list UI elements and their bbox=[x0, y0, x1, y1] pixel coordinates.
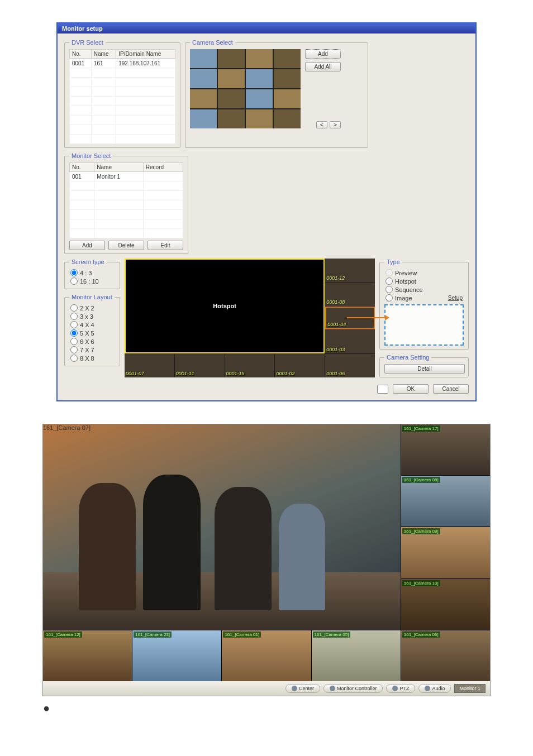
live-grid[interactable]: 161_[Camera 07] 161_[Camera 17] 161_[Cam… bbox=[43, 424, 490, 681]
bottom-cell[interactable]: 161_[Camera 06] bbox=[401, 630, 490, 681]
bottom-cell[interactable]: 161_[Camera 12] bbox=[43, 630, 132, 681]
monitor-app: 161_[Camera 07] 161_[Camera 17] 161_[Cam… bbox=[42, 424, 491, 696]
setup-link[interactable]: Setup bbox=[448, 295, 463, 301]
main-view[interactable]: 161_[Camera 07] bbox=[43, 424, 401, 630]
preview-cell[interactable]: 0001-06 bbox=[325, 354, 375, 377]
type-image[interactable]: Image Setup bbox=[384, 294, 464, 302]
monitor-select-group: Monitor Select No. Name Record 001 Monit… bbox=[64, 152, 188, 254]
layout-3x3[interactable]: 3 x 3 bbox=[69, 312, 115, 320]
monitor-table[interactable]: No. Name Record 001 Monitor 1 bbox=[69, 162, 183, 238]
camera-select-group: Camera Select Add Add All < bbox=[185, 39, 368, 148]
layout-5x5[interactable]: 5 X 5 bbox=[69, 329, 115, 337]
window-title: Monitor setup bbox=[58, 23, 475, 34]
preview-cell[interactable]: 0001-11 bbox=[175, 354, 225, 377]
image-drop-area[interactable] bbox=[384, 304, 464, 346]
screen-16-10[interactable]: 16 : 10 bbox=[69, 277, 115, 285]
next-page-button[interactable]: > bbox=[330, 121, 341, 128]
layout-6x6[interactable]: 6 X 6 bbox=[69, 337, 115, 346]
monitor-layout-group: Monitor Layout 2 X 2 3 x 3 4 X 4 5 X 5 6… bbox=[64, 294, 120, 366]
center-icon bbox=[292, 686, 297, 691]
bottom-cell[interactable]: 161_[Camera 23] bbox=[132, 630, 221, 681]
preview-cell[interactable]: 0001-07 bbox=[125, 354, 174, 377]
monitor-row[interactable]: 001 Monitor 1 bbox=[70, 172, 183, 181]
preview-cell[interactable]: 0001-12 bbox=[325, 259, 375, 282]
mon-legend: Monitor Select bbox=[69, 152, 113, 159]
bottom-toolbar: Center Monitor Controller PTZ Audio Moni… bbox=[43, 681, 490, 696]
layout-2x2[interactable]: 2 X 2 bbox=[69, 304, 115, 312]
type-sequence[interactable]: Sequence bbox=[384, 285, 464, 294]
add-all-button[interactable]: Add All bbox=[305, 62, 341, 71]
type-group: Type Preview Hotspot Sequence Image Setu… bbox=[379, 259, 469, 350]
side-cell[interactable]: 161_[Camera 09] bbox=[401, 527, 490, 578]
bottom-cell[interactable]: 161_[Camera 01] bbox=[222, 630, 311, 681]
hotspot-cell[interactable]: Hotspot bbox=[125, 259, 325, 353]
screen-type-group: Screen type 4 : 3 16 : 10 bbox=[64, 259, 120, 289]
prev-page-button[interactable]: < bbox=[316, 121, 327, 128]
dvr-select-group: DVR Select No. Name IP/Domain Name 0001 … bbox=[64, 39, 180, 148]
type-preview: Preview bbox=[384, 269, 464, 277]
side-cell[interactable]: 161_[Camera 17] bbox=[401, 424, 490, 475]
dvr-col-name: Name bbox=[91, 50, 116, 59]
camera-setting-group: Camera Setting Detail bbox=[379, 354, 469, 377]
dvr-col-ip: IP/Domain Name bbox=[116, 50, 175, 59]
dvr-row[interactable]: 0001 161 192.168.107.161 bbox=[70, 59, 175, 68]
type-legend: Type bbox=[384, 259, 402, 265]
keyboard-icon[interactable] bbox=[377, 385, 388, 394]
dvr-col-no: No. bbox=[70, 50, 92, 59]
monitor-setup-window: Monitor setup DVR Select No. Name IP/Dom… bbox=[56, 22, 477, 401]
audio-icon bbox=[425, 686, 430, 691]
bottom-cell[interactable]: 161_[Camera 05] bbox=[312, 630, 401, 681]
preview-cell-selected[interactable]: 0001-04 bbox=[325, 307, 375, 330]
mon-col-record: Record bbox=[143, 163, 183, 172]
ptz-icon bbox=[392, 686, 398, 691]
layout-7x7[interactable]: 7 X 7 bbox=[69, 346, 115, 354]
audio-button[interactable]: Audio bbox=[418, 684, 451, 693]
dvr-table[interactable]: No. Name IP/Domain Name 0001 161 192.168… bbox=[69, 49, 175, 144]
side-cell[interactable]: 161_[Camera 10] bbox=[401, 579, 490, 630]
monitor-edit-button[interactable]: Edit bbox=[147, 241, 183, 250]
preview-cell[interactable]: 0001-08 bbox=[325, 283, 375, 306]
layout-preview[interactable]: Hotspot 0001-12 0001-08 0001-04 0001-03 … bbox=[125, 259, 375, 377]
preview-cell[interactable]: 0001-02 bbox=[275, 354, 325, 377]
ptz-button[interactable]: PTZ bbox=[386, 684, 415, 693]
screen-legend: Screen type bbox=[69, 259, 107, 265]
current-monitor-label: Monitor 1 bbox=[454, 684, 486, 693]
layout-4x4[interactable]: 4 X 4 bbox=[69, 320, 115, 329]
monitor-icon bbox=[330, 686, 335, 691]
mon-col-name: Name bbox=[94, 163, 143, 172]
layout-legend: Monitor Layout bbox=[69, 294, 115, 300]
layout-8x8[interactable]: 8 X 8 bbox=[69, 354, 115, 362]
ok-button[interactable]: OK bbox=[393, 384, 429, 394]
cam-legend: Camera Select bbox=[190, 39, 235, 46]
monitor-controller-button[interactable]: Monitor Controller bbox=[323, 684, 383, 693]
screen-4-3[interactable]: 4 : 3 bbox=[69, 269, 115, 277]
arrow-annotation bbox=[347, 317, 386, 318]
side-cell[interactable]: 161_[Camera 08] bbox=[401, 476, 490, 527]
mon-col-no: No. bbox=[70, 163, 94, 172]
camset-legend: Camera Setting bbox=[384, 354, 431, 361]
camera-thumb-grid[interactable] bbox=[190, 49, 301, 128]
preview-cell[interactable]: 0001-03 bbox=[325, 330, 375, 353]
preview-cell[interactable]: 0001-15 bbox=[225, 354, 275, 377]
center-button[interactable]: Center bbox=[285, 684, 320, 693]
monitor-add-button[interactable]: Add bbox=[69, 241, 105, 250]
type-hotspot[interactable]: Hotspot bbox=[384, 277, 464, 285]
detail-button[interactable]: Detail bbox=[384, 364, 465, 374]
add-button[interactable]: Add bbox=[305, 49, 341, 59]
dvr-legend: DVR Select bbox=[69, 39, 106, 46]
cancel-button[interactable]: Cancel bbox=[433, 384, 469, 394]
monitor-delete-button[interactable]: Delete bbox=[108, 241, 144, 250]
